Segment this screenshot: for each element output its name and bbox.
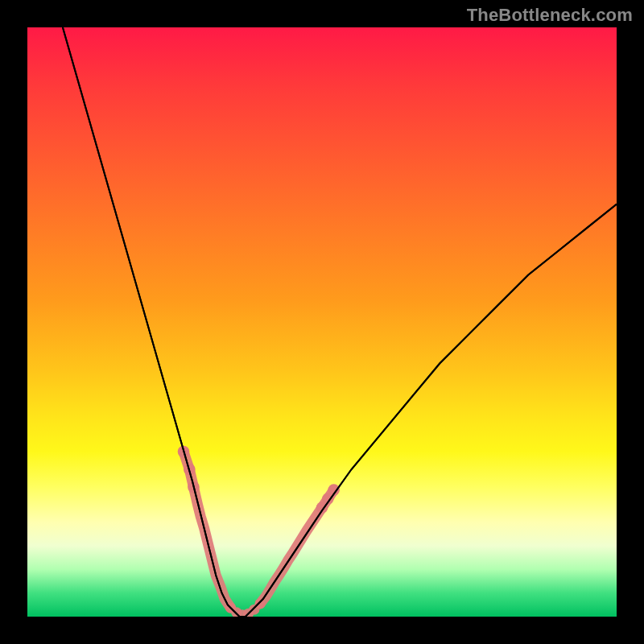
chart-frame: TheBottleneck.com — [0, 0, 644, 644]
bottleneck-curve — [63, 27, 617, 617]
watermark-text: TheBottleneck.com — [467, 5, 633, 26]
curve-svg — [27, 27, 617, 617]
markers-group — [178, 446, 340, 617]
svg-point-5 — [255, 598, 266, 609]
bottleneck-curve — [63, 27, 617, 617]
plot-area — [27, 27, 617, 617]
